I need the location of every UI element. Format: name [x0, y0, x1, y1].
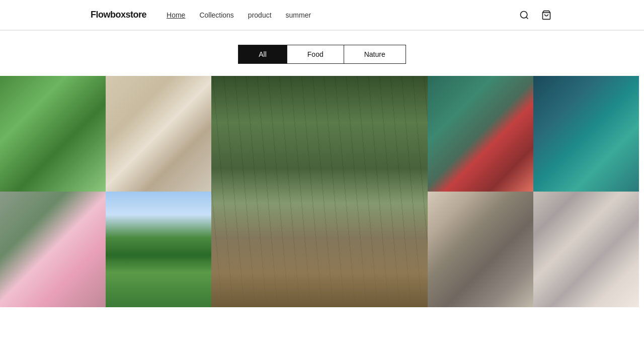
svg-point-0 — [521, 11, 527, 18]
gallery-item-5[interactable] — [533, 76, 639, 192]
filter-section: All Food Nature — [0, 31, 644, 76]
gallery-item-4[interactable] — [428, 76, 533, 192]
gallery-item-1[interactable] — [0, 76, 106, 192]
gallery-image-6 — [0, 192, 106, 307]
cart-icon — [541, 10, 551, 20]
gallery-item-3[interactable] — [211, 76, 428, 307]
gallery-item-6[interactable] — [0, 192, 106, 307]
main-nav: Home Collections product summer — [167, 11, 517, 19]
site-logo: Flowboxstore — [91, 10, 146, 20]
search-button[interactable] — [517, 8, 531, 22]
gallery-image-2 — [106, 76, 211, 192]
nav-home[interactable]: Home — [167, 11, 185, 19]
gallery-item-2[interactable] — [106, 76, 211, 192]
gallery-image-1 — [0, 76, 106, 192]
gallery-image-5 — [533, 76, 639, 192]
filter-tabs: All Food Nature — [238, 45, 406, 64]
gallery-image-8 — [428, 192, 533, 307]
gallery — [0, 76, 644, 307]
gallery-image-7 — [106, 192, 211, 307]
gallery-item-9[interactable] — [533, 192, 639, 307]
site-header: Flowboxstore Home Collections product su… — [0, 0, 644, 30]
gallery-image-3 — [211, 76, 428, 307]
filter-nature[interactable]: Nature — [344, 45, 406, 63]
gallery-image-9 — [533, 192, 639, 307]
cart-button[interactable] — [539, 8, 553, 22]
svg-line-1 — [526, 17, 528, 19]
nav-collections[interactable]: Collections — [199, 11, 233, 19]
filter-all[interactable]: All — [238, 45, 287, 63]
header-icons — [517, 8, 553, 22]
gallery-image-4 — [428, 76, 533, 192]
nav-summer[interactable]: summer — [286, 11, 311, 19]
filter-food[interactable]: Food — [287, 45, 344, 63]
nav-product[interactable]: product — [248, 11, 272, 19]
gallery-item-8[interactable] — [428, 192, 533, 307]
search-icon — [519, 10, 529, 20]
gallery-item-7[interactable] — [106, 192, 211, 307]
